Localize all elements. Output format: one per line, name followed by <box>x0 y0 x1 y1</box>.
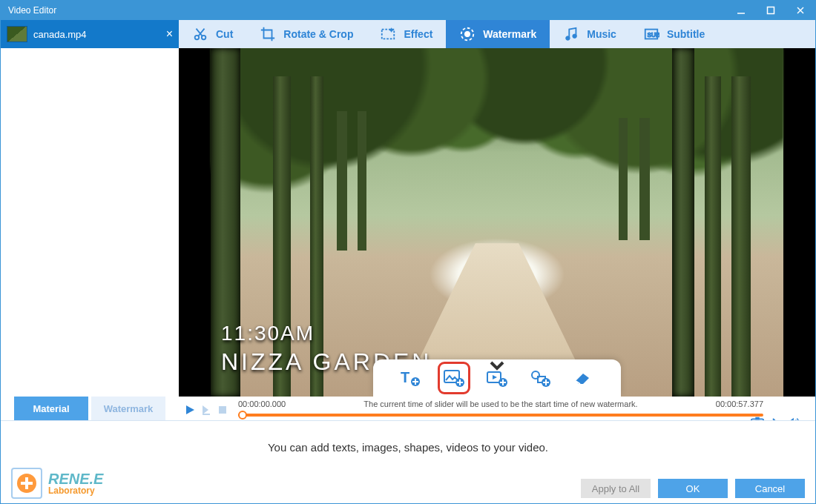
chevron-down-icon <box>487 357 507 374</box>
tab-material[interactable]: Material <box>14 397 88 420</box>
watermark-type-bar: T <box>373 359 621 397</box>
effect-icon <box>380 26 396 42</box>
video-preview: 11:30AM NIZZA GARDEN T <box>179 48 815 397</box>
add-image-watermark[interactable] <box>443 367 465 389</box>
upper-area: canada.mp4 × Material Watermark Cut Rota… <box>1 20 815 420</box>
brand-logo: RENE.E Laboratory <box>11 468 103 499</box>
ok-button[interactable]: OK <box>658 479 728 498</box>
svg-rect-36 <box>755 417 759 420</box>
music-icon <box>563 26 579 42</box>
sidebar-tabs: Material Watermark <box>1 394 179 420</box>
slider-thumb[interactable] <box>238 411 247 420</box>
tool-music[interactable]: Music <box>550 20 630 48</box>
sidebar-content <box>1 48 179 394</box>
tool-cut[interactable]: Cut <box>179 20 246 48</box>
timeline: 00:00:00.000 The current time of slider … <box>179 397 815 420</box>
tool-cut-label: Cut <box>216 28 233 40</box>
add-shape-watermark[interactable] <box>529 367 551 389</box>
image-plus-icon <box>444 369 464 387</box>
svg-point-12 <box>573 34 577 39</box>
video-frame: 11:30AM NIZZA GARDEN T <box>211 48 783 397</box>
svg-point-10 <box>465 31 470 36</box>
logo-icon <box>11 468 42 499</box>
svg-rect-1 <box>768 7 774 14</box>
tool-toolbar: Cut Rotate & Crop Effect Watermark Music <box>179 20 815 48</box>
remove-watermark[interactable] <box>572 367 594 389</box>
add-text-watermark[interactable]: T <box>400 367 422 389</box>
help-text: You can add texts, images, shapes, video… <box>1 421 815 474</box>
tool-watermark[interactable]: Watermark <box>446 20 550 48</box>
apply-all-button[interactable]: Apply to All <box>581 479 651 498</box>
minimize-button[interactable] <box>726 1 756 20</box>
tool-watermark-label: Watermark <box>483 28 536 40</box>
stop-button[interactable] <box>216 402 229 417</box>
brand-sub: Laboratory <box>48 486 103 495</box>
close-file-icon[interactable]: × <box>166 27 173 41</box>
timeline-slider[interactable] <box>238 410 763 420</box>
time-end: 00:00:57.377 <box>674 399 763 408</box>
text-plus-icon: T <box>401 369 421 387</box>
main-area: Cut Rotate & Crop Effect Watermark Music <box>179 20 815 420</box>
maximize-button[interactable] <box>756 1 786 20</box>
time-start: 00:00:00.000 <box>238 399 327 408</box>
shape-plus-icon <box>530 369 550 387</box>
watermark-icon <box>459 26 476 42</box>
brand-name: RENE.E <box>48 471 103 486</box>
crop-icon <box>260 26 276 42</box>
tool-subtitle[interactable]: SUB Subtitle <box>630 20 718 48</box>
step-button[interactable] <box>200 402 213 417</box>
title-bar: Video Editor <box>1 1 815 20</box>
svg-rect-32 <box>203 414 210 415</box>
overlay-line1: 11:30AM <box>221 322 432 345</box>
close-window-button[interactable] <box>786 1 815 20</box>
svg-text:SUB: SUB <box>647 32 659 39</box>
window-title: Video Editor <box>8 5 726 16</box>
button-bar: Apply to All OK Cancel <box>1 474 815 503</box>
tool-effect[interactable]: Effect <box>366 20 446 48</box>
tool-rotate-label: Rotate & Crop <box>283 28 353 40</box>
scissors-icon <box>192 26 208 42</box>
cancel-button[interactable]: Cancel <box>735 479 805 498</box>
timeline-hint: The current time of slider will be used … <box>327 399 674 408</box>
file-thumbnail <box>7 26 27 42</box>
svg-text:T: T <box>401 369 409 385</box>
add-video-watermark[interactable] <box>486 367 508 389</box>
tool-music-label: Music <box>587 28 616 40</box>
app-window: Video Editor canada.mp4 × Material Water… <box>0 0 816 504</box>
file-name: canada.mp4 <box>33 29 160 40</box>
eraser-icon <box>573 369 593 387</box>
play-button[interactable] <box>183 402 197 417</box>
tool-subtitle-label: Subtitle <box>667 28 705 40</box>
svg-rect-33 <box>219 406 226 414</box>
tool-effect-label: Effect <box>404 28 432 40</box>
playback-controls <box>183 402 229 417</box>
sidebar: canada.mp4 × Material Watermark <box>1 20 179 420</box>
bottom-panel: You can add texts, images, shapes, video… <box>1 420 815 503</box>
file-tab[interactable]: canada.mp4 × <box>1 20 179 48</box>
tab-watermark[interactable]: Watermark <box>91 397 165 420</box>
tool-rotate-crop[interactable]: Rotate & Crop <box>246 20 366 48</box>
subtitle-icon: SUB <box>643 26 659 42</box>
svg-point-11 <box>566 36 570 41</box>
